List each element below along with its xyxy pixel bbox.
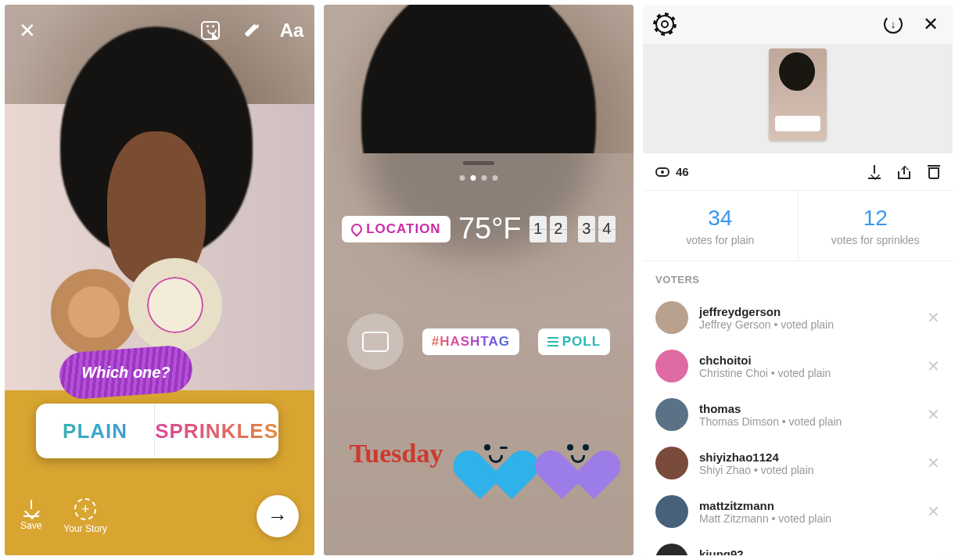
voter-row[interactable]: chchoitoi Christine Choi • voted plain ✕ (643, 342, 953, 390)
voter-row[interactable]: thomas Thomas Dimson • voted plain ✕ (643, 390, 953, 439)
poll-option-b[interactable]: SPRINKLES (155, 404, 278, 458)
story-thumbnail[interactable] (769, 48, 827, 141)
dismiss-icon[interactable]: ✕ (927, 405, 940, 424)
sticker-icon[interactable] (199, 19, 222, 42)
dismiss-icon[interactable]: ✕ (927, 551, 940, 555)
page-indicator (460, 175, 498, 181)
voter-subtitle: Christine Choi • voted plain (699, 367, 916, 379)
voter-row[interactable]: mattzitzmann Matt Zitzmann • voted plain… (643, 487, 953, 536)
voter-row[interactable]: jeffreydgerson Jeffrey Gerson • voted pl… (643, 293, 953, 342)
voters-header: VOTERS (643, 261, 953, 293)
dismiss-icon[interactable]: ✕ (927, 357, 940, 375)
draw-icon[interactable] (239, 19, 263, 42)
avatar (655, 544, 688, 555)
voter-subtitle: Shiyi Zhao • voted plain (699, 464, 916, 476)
poll-results-screen: 46 34 votes for plain 12 votes for sprin… (643, 5, 953, 555)
hashtag-sticker[interactable]: #HASHTAG (422, 328, 519, 355)
avatar (655, 398, 688, 431)
voter-username: kjung92 (699, 547, 916, 556)
download-icon[interactable] (868, 165, 881, 179)
poll-question-scribble[interactable]: Which one? (59, 349, 192, 396)
trash-icon[interactable] (928, 165, 940, 179)
story-editor-screen: Aa Which one? PLAIN SPRINKLES Save Your … (5, 5, 314, 555)
dismiss-icon[interactable]: ✕ (927, 502, 940, 521)
poll-sticker[interactable]: PLAIN SPRINKLES (36, 404, 278, 458)
voter-subtitle: Thomas Dimson • voted plain (699, 415, 916, 428)
save-button[interactable]: Save (20, 498, 41, 534)
clock-sticker[interactable]: 1 2 3 4 (529, 216, 616, 242)
camera-sticker[interactable] (347, 314, 404, 370)
refresh-download-icon[interactable] (882, 13, 904, 35)
your-story-icon (74, 498, 96, 520)
temperature-sticker[interactable]: 75°F (458, 212, 522, 246)
voter-row[interactable]: kjung92 Kevin Jung • voted plain ✕ (643, 536, 953, 555)
voter-username: mattzitzmann (699, 499, 916, 512)
close-icon[interactable] (920, 13, 942, 35)
eye-icon (655, 167, 669, 177)
view-count: 46 (655, 165, 689, 178)
voter-username: jeffreydgerson (699, 305, 916, 318)
share-icon[interactable] (898, 165, 910, 179)
drag-handle[interactable] (463, 161, 494, 165)
voter-username: chchoitoi (699, 354, 916, 367)
location-sticker[interactable]: LOCATION (342, 216, 450, 242)
your-story-button[interactable]: Your Story (63, 498, 107, 534)
download-icon (22, 498, 41, 517)
story-photo (5, 5, 314, 555)
avatar (655, 301, 688, 334)
settings-icon[interactable] (654, 13, 676, 35)
votes-option-b: 12 votes for sprinkles (799, 191, 953, 260)
heart-purple-sticker[interactable] (548, 427, 608, 480)
poll-sticker-option[interactable]: POLL (538, 328, 610, 355)
voter-subtitle: Jeffrey Gerson • voted plain (699, 318, 916, 331)
avatar (655, 350, 688, 382)
poll-option-a[interactable]: PLAIN (36, 404, 155, 458)
dismiss-icon[interactable]: ✕ (927, 308, 940, 327)
poll-question-text: Which one? (59, 349, 192, 396)
voter-username: thomas (699, 402, 916, 415)
voter-row[interactable]: shiyizhao1124 Shiyi Zhao • voted plain ✕ (643, 439, 953, 487)
voters-list: jeffreydgerson Jeffrey Gerson • voted pl… (643, 293, 953, 555)
sticker-picker-screen: LOCATION 75°F 1 2 3 4 #HASHTAG POLL Tues… (324, 5, 634, 555)
text-tool-icon[interactable]: Aa (280, 19, 303, 42)
avatar (655, 447, 688, 479)
voter-username: shiyizhao1124 (699, 451, 916, 464)
day-sticker[interactable]: Tuesday (350, 439, 443, 468)
heart-blue-sticker[interactable] (466, 427, 526, 480)
send-button[interactable] (257, 495, 299, 537)
votes-option-a: 34 votes for plain (643, 191, 799, 260)
vote-summary: 34 votes for plain 12 votes for sprinkle… (643, 191, 953, 261)
story-thumbnail-tray (643, 44, 953, 153)
voter-subtitle: Matt Zitzmann • voted plain (699, 512, 916, 525)
close-icon[interactable] (16, 19, 39, 42)
avatar (655, 495, 688, 528)
dismiss-icon[interactable]: ✕ (927, 454, 940, 472)
